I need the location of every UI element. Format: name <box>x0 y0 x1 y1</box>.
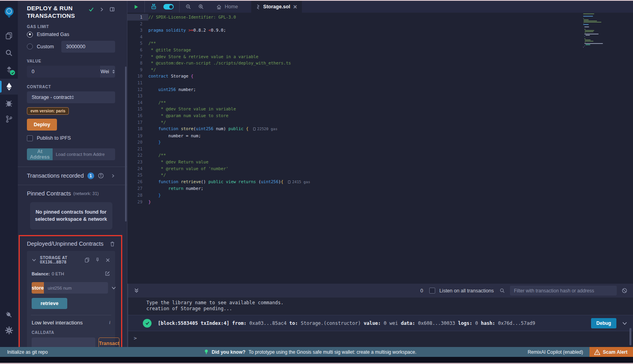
terminal-prompt[interactable]: > <box>128 331 633 341</box>
custom-gas-radio[interactable] <box>27 44 33 49</box>
estimated-gas-radio[interactable] <box>27 32 33 38</box>
pinned-empty-message: No pinned contracts found for selected w… <box>30 202 112 230</box>
listen-all-checkbox[interactable] <box>429 288 435 294</box>
status-bar: Initialize as git repo Did you know? To … <box>0 347 633 357</box>
balance-label: Balance: <box>32 271 50 276</box>
value-input[interactable] <box>27 66 100 78</box>
code-line[interactable]: 9 */ <box>127 66 633 73</box>
solidity-compiler-icon[interactable] <box>0 62 18 78</box>
code-line[interactable]: 14 /** <box>127 99 633 106</box>
file-explorer-icon[interactable] <box>0 28 18 44</box>
tx-log-text: [block:5583405 txIndex:4] from: 0xa03...… <box>158 320 591 326</box>
stepper-icon <box>72 95 112 99</box>
value-label: VALUE <box>27 59 115 63</box>
code-line[interactable]: 2 <box>127 21 633 27</box>
info-icon[interactable] <box>98 173 104 179</box>
balance-value: 0 ETH <box>52 271 64 276</box>
copilot-toggle[interactable] <box>163 4 174 9</box>
code-line[interactable]: 23 * @dev Return value <box>127 159 633 165</box>
expand-args-chevron-icon[interactable] <box>111 285 116 290</box>
copilot-status[interactable]: RemixAI Copilot (enabled) <box>528 349 583 355</box>
code-line[interactable]: 7 * @dev Store & retrieve value in a var… <box>127 53 633 60</box>
scam-alert-button[interactable]: Scam Alert <box>589 347 633 357</box>
code-line[interactable]: 25 */ <box>127 172 633 178</box>
code-line[interactable]: 3pragma solidity >=0.8.2 <0.9.0; <box>127 27 633 34</box>
panel-scrollbar[interactable] <box>125 66 127 222</box>
deploy-run-icon[interactable] <box>0 79 18 95</box>
at-address-input[interactable] <box>53 148 115 160</box>
code-line[interactable]: 12 uint256 number; <box>127 86 633 93</box>
debug-button[interactable]: Debug <box>591 318 616 328</box>
code-line[interactable]: 6 * @title Storage <box>127 47 633 53</box>
run-script-icon[interactable] <box>133 4 139 10</box>
debugger-icon[interactable] <box>0 95 18 111</box>
editor: Home Storage.sol ✕ 1// SPDX-License-Iden… <box>127 1 633 284</box>
code-line[interactable]: 1// SPDX-License-Identifier: GPL-3.0 <box>127 14 633 21</box>
code-line[interactable]: 24 * @return value of 'number' <box>127 165 633 172</box>
expand-panel-icon[interactable] <box>99 7 104 12</box>
zoom-in-icon[interactable] <box>198 4 204 10</box>
publish-ipfs-checkbox[interactable] <box>27 135 33 141</box>
trash-icon[interactable] <box>110 241 115 247</box>
code-line[interactable]: 16 * @param num value to store <box>127 112 633 119</box>
plugin-manager-icon[interactable] <box>0 307 18 322</box>
close-tab-icon[interactable]: ✕ <box>293 4 297 10</box>
settings-gear-icon[interactable] <box>0 322 18 338</box>
terminal-scrollbar[interactable] <box>629 328 631 345</box>
contract-select[interactable]: Storage - contracts/Storage.sol <box>27 91 115 103</box>
low-level-info-icon[interactable]: i <box>109 320 110 326</box>
code-line[interactable]: 21 <box>127 146 633 152</box>
code-line[interactable]: 29} <box>127 199 633 205</box>
clear-console-icon[interactable] <box>622 288 627 294</box>
lightbulb-icon <box>204 349 208 355</box>
deploy-button[interactable]: Deploy <box>27 119 57 131</box>
code-line[interactable]: 19 number = num; <box>127 133 633 139</box>
search-icon[interactable] <box>0 45 18 61</box>
code-line[interactable]: 20 } <box>127 139 633 146</box>
transaction-log-row[interactable]: [block:5583405 txIndex:4] from: 0xa03...… <box>128 315 633 331</box>
expand-tx-chevron-icon[interactable] <box>622 320 627 326</box>
compile-success-badge <box>10 70 15 75</box>
zoom-out-icon[interactable] <box>185 4 191 10</box>
remove-contract-icon[interactable] <box>105 258 110 263</box>
chevron-right-icon[interactable] <box>111 174 115 178</box>
low-level-title: Low level interactions <box>32 320 83 326</box>
filter-input[interactable] <box>510 286 617 296</box>
code-line[interactable]: 27 return number; <box>127 185 633 192</box>
store-button[interactable]: store <box>32 282 44 294</box>
remix-logo-icon[interactable] <box>0 4 18 20</box>
code-line[interactable]: 10contract Storage { <box>127 73 633 80</box>
code-line[interactable]: 4 <box>127 34 633 40</box>
code-line[interactable]: 28 } <box>127 192 633 199</box>
code-line[interactable]: 26 function retrieve() public view retur… <box>127 178 633 186</box>
pin-contract-icon[interactable] <box>95 257 100 263</box>
code-line[interactable]: 11 <box>127 80 633 86</box>
at-address-button[interactable]: At Address <box>27 148 53 160</box>
minimap[interactable] <box>583 13 606 48</box>
value-unit-select[interactable]: Wei <box>100 66 115 78</box>
code-line[interactable]: 18 function store(uint256 num) public {2… <box>127 125 633 133</box>
edit-balance-icon[interactable] <box>104 271 110 277</box>
git-init-status[interactable]: Initialize as git repo <box>0 349 48 355</box>
copy-address-icon[interactable] <box>84 257 90 263</box>
retrieve-button[interactable]: retrieve <box>32 298 67 309</box>
code-line[interactable]: 22 /** <box>127 152 633 159</box>
pin-panel-icon[interactable] <box>109 6 115 12</box>
git-icon[interactable] <box>0 111 18 127</box>
editor-toolbar: Home Storage.sol ✕ <box>127 1 633 13</box>
gas-limit-input[interactable] <box>61 41 115 53</box>
code-line[interactable]: 8 * @custom:dev-run-script ./scripts/dep… <box>127 60 633 66</box>
terminal-line: creation of Storage pending... <box>146 306 633 312</box>
terminal-search-icon[interactable] <box>499 288 505 294</box>
collapse-terminal-icon[interactable] <box>134 288 139 294</box>
ai-assistant-robot-icon[interactable] <box>150 4 157 10</box>
deploy-run-panel: DEPLOY & RUN TRANSACTIONS GAS LIMIT Esti… <box>18 1 127 347</box>
store-args-input[interactable] <box>44 282 108 294</box>
code-line[interactable]: 13 <box>127 93 633 99</box>
code-line[interactable]: 15 * @dev Store value in variable <box>127 106 633 112</box>
contract-card-header[interactable]: STORAGE AT 0X136...8B78 <box>32 256 110 264</box>
code-line[interactable]: 5/** <box>127 40 633 47</box>
tab-storage-sol[interactable]: Storage.sol ✕ <box>251 1 302 13</box>
tab-home[interactable]: Home <box>210 1 244 13</box>
code-line[interactable]: 17 */ <box>127 119 633 126</box>
